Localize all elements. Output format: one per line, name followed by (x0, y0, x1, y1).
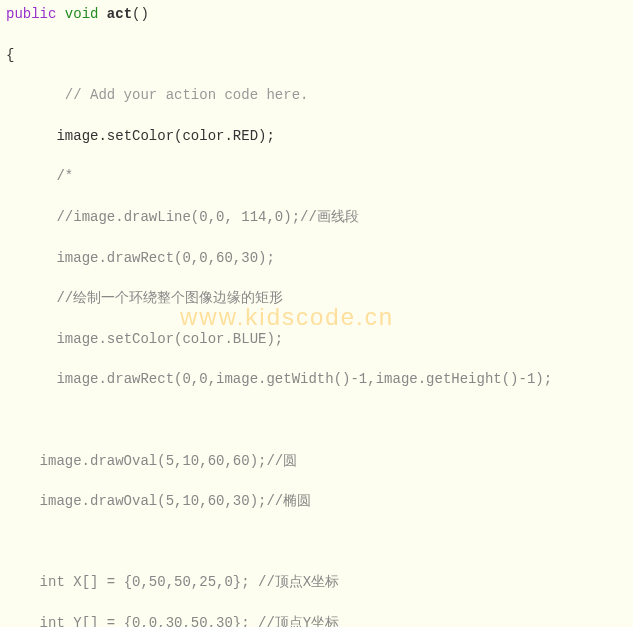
method-name: act (107, 6, 132, 22)
commented-line: int X[] = {0,50,50,25,0}; //顶点X坐标 (6, 572, 627, 592)
commented-line: image.drawRect(0,0,image.getWidth()-1,im… (6, 369, 627, 389)
stmt: image.setColor(color.BLUE); (56, 331, 283, 347)
stmt: image.setColor(color.RED); (56, 128, 274, 144)
code-block: public void act() { // Add your action c… (0, 0, 633, 627)
comment-line: // Add your action code here. (6, 85, 627, 105)
keyword-void: void (65, 6, 99, 22)
blank-line (6, 410, 627, 430)
brace-open: { (6, 45, 627, 65)
stmt: X[] = {0,50,50,25,0}; //顶点X坐标 (65, 574, 339, 590)
code-pre: public void act() { // Add your action c… (6, 4, 627, 627)
method-declaration: public void act() (6, 4, 627, 24)
commented-line: image.drawOval(5,10,60,30);//椭圆 (6, 491, 627, 511)
comment-text: // Add your action code here. (65, 87, 309, 103)
commented-line: //绘制一个环绕整个图像边缘的矩形 (6, 288, 627, 308)
stmt: //image.drawLine(0,0, 114,0);//画线段 (56, 209, 358, 225)
keyword-public: public (6, 6, 56, 22)
stmt: Y[] = {0,0,30,50,30}; //顶点Y坐标 (65, 615, 339, 627)
stmt: image.drawOval(5,10,60,60);//圆 (40, 453, 298, 469)
commented-line: image.drawOval(5,10,60,60);//圆 (6, 451, 627, 471)
stmt: //绘制一个环绕整个图像边缘的矩形 (56, 290, 283, 306)
stmt: image.drawOval(5,10,60,30);//椭圆 (40, 493, 312, 509)
stmt: image.drawRect(0,0,60,30); (56, 250, 274, 266)
paren: () (132, 6, 149, 22)
commented-line: //image.drawLine(0,0, 114,0);//画线段 (6, 207, 627, 227)
block-comment-start: /* (6, 166, 627, 186)
kw-int: int (40, 574, 65, 590)
kw-int: int (40, 615, 65, 627)
commented-line: image.setColor(color.BLUE); (6, 329, 627, 349)
commented-line: image.drawRect(0,0,60,30); (6, 248, 627, 268)
blank-line (6, 532, 627, 552)
commented-line: int Y[] = {0,0,30,50,30}; //顶点Y坐标 (6, 613, 627, 627)
code-line: image.setColor(color.RED); (6, 126, 627, 146)
comment-open: /* (56, 168, 73, 184)
stmt: image.drawRect(0,0,image.getWidth()-1,im… (56, 371, 552, 387)
